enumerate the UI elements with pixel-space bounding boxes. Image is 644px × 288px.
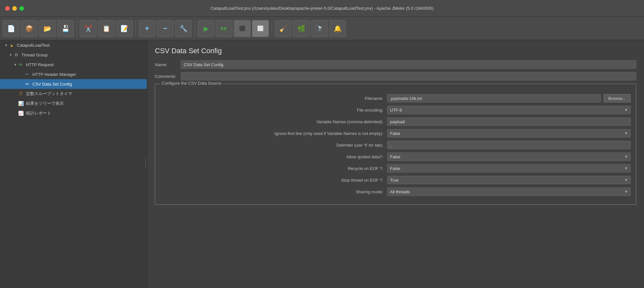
- timer-icon: ⏱: [17, 90, 24, 97]
- ignore-first-line-row: Ignore first line (only used if Variable…: [160, 129, 631, 138]
- config-section: Configure the CSV Data Source Filename: …: [155, 84, 636, 205]
- tree-item-thread-group[interactable]: ▼ ⚙ Thread Group: [0, 50, 147, 60]
- content-title: CSV Data Set Config: [155, 47, 636, 55]
- close-button[interactable]: [5, 6, 10, 11]
- sidebar-resizer[interactable]: [144, 40, 147, 288]
- recycle-eof-value: False True ▼: [387, 164, 631, 173]
- new-button[interactable]: 📄: [3, 20, 19, 37]
- name-input[interactable]: [181, 60, 636, 69]
- toggle-view-tree: [13, 101, 17, 106]
- toggle-http-header: [19, 72, 24, 77]
- allow-quoted-label: Allow quoted data?:: [160, 154, 387, 159]
- stop-eof-value: True False ▼: [387, 176, 631, 184]
- open-button[interactable]: 📂: [39, 20, 56, 37]
- stop-eof-select[interactable]: True False: [387, 176, 631, 184]
- allow-quoted-value: False True ▼: [387, 152, 631, 161]
- ignore-first-line-value: False True ▼: [387, 129, 631, 138]
- tree-item-http-request[interactable]: ▼ ✏ HTTP Request: [0, 60, 147, 69]
- ignore-first-line-select[interactable]: False True: [387, 129, 631, 138]
- filename-input[interactable]: [387, 94, 601, 102]
- copy-button[interactable]: 📋: [98, 20, 115, 37]
- toggle-stats: [13, 111, 17, 115]
- tree-item-http-header[interactable]: ✂ HTTP Header Manager: [0, 69, 147, 79]
- paste-button[interactable]: 📝: [116, 20, 133, 37]
- window-title: CatapultLoadTest.jmx (/Users/yukku/Deskt…: [211, 6, 434, 11]
- http-header-label: HTTP Header Manager: [32, 72, 76, 77]
- sidebar: ▼ ▲ CatapultLoadTest ▼ ⚙ Thread Group ▼ …: [0, 40, 147, 288]
- stop2-button[interactable]: ⬜: [252, 20, 269, 37]
- expand-button[interactable]: +: [139, 20, 155, 37]
- toggle-http-request[interactable]: ▼: [13, 62, 17, 67]
- run-button[interactable]: ▶: [198, 20, 214, 37]
- csv-data-icon: ✂: [24, 81, 30, 87]
- search-button[interactable]: 🔭: [311, 20, 328, 37]
- recycle-eof-label: Recycle on EOF ?:: [160, 166, 387, 171]
- variable-names-input[interactable]: [387, 117, 631, 126]
- toggle-csv-data: [19, 82, 24, 86]
- thread-group-label: Thread Group: [21, 53, 48, 57]
- cut-button[interactable]: ✂️: [80, 20, 97, 37]
- toggle-thread-group[interactable]: ▼: [8, 53, 13, 57]
- run-no-pause-button[interactable]: ⏭: [216, 20, 233, 37]
- allow-quoted-select[interactable]: False True: [387, 152, 631, 161]
- view-tree-label: 結果をツリーで表示: [26, 101, 64, 106]
- tree-item-stats[interactable]: 📈 統計レポート: [0, 108, 147, 118]
- toggle-timer: [13, 91, 17, 96]
- timer-label: 定数スループットタイマ: [26, 91, 72, 97]
- catapult-label: CatapultLoadTest: [17, 43, 50, 48]
- toolbar-sep-4: [271, 21, 272, 36]
- csv-data-label: CSV Data Set Config: [32, 82, 72, 87]
- toggle-button[interactable]: 🔧: [175, 20, 192, 37]
- thread-group-icon: ⚙: [13, 52, 19, 58]
- window-controls: [5, 6, 24, 11]
- ignore-first-line-select-wrapper: False True ▼: [387, 129, 631, 138]
- toolbar-sep-2: [135, 21, 136, 36]
- file-encoding-label: File encoding:: [160, 108, 387, 113]
- templates-button[interactable]: 📦: [21, 20, 38, 37]
- allow-quoted-row: Allow quoted data?: False True ▼: [160, 152, 631, 161]
- recycle-eof-select-wrapper: False True ▼: [387, 164, 631, 173]
- variable-names-label: Variable Names (comma-delimited):: [160, 119, 387, 124]
- http-request-icon: ✏: [17, 61, 24, 68]
- delimiter-row: Delimiter (use '\t' for tab):: [160, 141, 631, 149]
- stop-eof-row: Stop thread on EOF ?: True False ▼: [160, 176, 631, 184]
- file-encoding-select-wrapper: UTF-8 UTF-16 ISO-8859-1 ▼: [387, 106, 631, 114]
- title-bar: CatapultLoadTest.jmx (/Users/yukku/Deskt…: [0, 0, 644, 17]
- browse-button[interactable]: Browse...: [604, 94, 631, 102]
- file-encoding-select[interactable]: UTF-8 UTF-16 ISO-8859-1: [387, 106, 631, 114]
- view-tree-icon: 📊: [17, 100, 24, 107]
- log-button[interactable]: 🌿: [293, 20, 310, 37]
- sharing-mode-row: Sharing mode: All threads Current thread…: [160, 187, 631, 196]
- collapse-button[interactable]: −: [157, 20, 174, 37]
- delimiter-label: Delimiter (use '\t' for tab):: [160, 143, 387, 148]
- clear-button[interactable]: 🔔: [329, 20, 346, 37]
- maximize-button[interactable]: [19, 6, 24, 11]
- tree-item-catapult[interactable]: ▼ ▲ CatapultLoadTest: [0, 40, 147, 50]
- resizer-handle: [145, 159, 146, 169]
- save-button[interactable]: 💾: [57, 20, 74, 37]
- settings-button[interactable]: 🧹: [275, 20, 292, 37]
- stop1-button[interactable]: ⬛: [234, 20, 251, 37]
- variable-names-value: [387, 117, 631, 126]
- recycle-eof-select[interactable]: False True: [387, 164, 631, 173]
- name-field-row: Name:: [155, 60, 636, 69]
- delimiter-input[interactable]: [387, 141, 631, 149]
- sharing-mode-select[interactable]: All threads Current thread group Current…: [387, 187, 631, 196]
- tree-item-timer[interactable]: ⏱ 定数スループットタイマ: [0, 89, 147, 99]
- filename-row: Filename: Browse...: [160, 94, 631, 102]
- content-area: CSV Data Set Config Name: Comments: Conf…: [147, 40, 644, 288]
- file-encoding-value: UTF-8 UTF-16 ISO-8859-1 ▼: [387, 106, 631, 114]
- toggle-catapult[interactable]: ▼: [4, 43, 8, 47]
- minimize-button[interactable]: [12, 6, 17, 11]
- comments-label: Comments:: [155, 74, 181, 79]
- stop-eof-label: Stop thread on EOF ?:: [160, 178, 387, 183]
- variable-names-row: Variable Names (comma-delimited):: [160, 117, 631, 126]
- tree-item-csv-data[interactable]: ✂ CSV Data Set Config: [0, 79, 147, 89]
- toolbar: 📄 📦 📂 💾 ✂️ 📋 📝 + − 🔧 ▶ ⏭ ⬛ ⬜ 🧹 🌿 🔭 🔔: [0, 17, 644, 40]
- tree-item-view-tree[interactable]: 📊 結果をツリーで表示: [0, 99, 147, 108]
- filename-label: Filename:: [160, 96, 387, 101]
- comments-input[interactable]: [181, 72, 636, 80]
- config-section-title: Configure the CSV Data Source: [160, 81, 223, 86]
- sharing-mode-select-wrapper: All threads Current thread group Current…: [387, 187, 631, 196]
- delimiter-value: [387, 141, 631, 149]
